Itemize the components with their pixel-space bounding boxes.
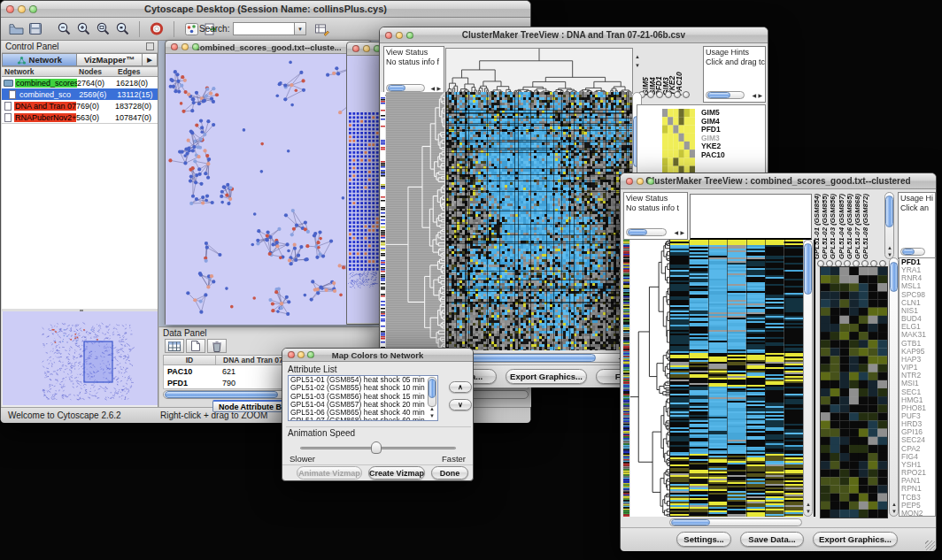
- treeview2-zoom-heatmap[interactable]: [820, 266, 888, 518]
- column-label[interactable]: GPL51-08 (GSM872): [862, 192, 870, 259]
- treeview2-genes-vscroll[interactable]: ▲ ▼: [889, 257, 899, 517]
- maximize-icon[interactable]: [29, 5, 37, 13]
- tab-overflow-icon[interactable]: ▶: [143, 53, 158, 66]
- treeview1-mini-heatmap[interactable]: [662, 109, 695, 182]
- mini-tool-icon[interactable]: [674, 91, 681, 98]
- minimize-icon[interactable]: [181, 43, 189, 50]
- treeview1-heatmap[interactable]: [445, 92, 632, 350]
- save-icon[interactable]: [26, 20, 45, 38]
- network-table-header-cell[interactable]: Network: [2, 67, 76, 76]
- treeview2-row-dendrogram[interactable]: [630, 240, 669, 517]
- scroll-up-icon[interactable]: ▲: [806, 502, 811, 507]
- move-up-button[interactable]: ∧: [449, 381, 472, 393]
- scroll-thumb[interactable]: [429, 379, 436, 398]
- maximize-icon[interactable]: [307, 351, 314, 358]
- mini-tool-icon[interactable]: [665, 91, 672, 98]
- link-table-icon[interactable]: [313, 20, 332, 38]
- move-down-button[interactable]: ∨: [449, 399, 472, 410]
- treeview1-column-dendrogram[interactable]: [445, 48, 633, 94]
- treeview1-title-bar[interactable]: ClusterMaker TreeView : DNA and Tran 07-…: [380, 27, 768, 43]
- close-icon[interactable]: [385, 32, 392, 39]
- settings-button[interactable]: Settings...: [676, 532, 731, 547]
- network-view-2-title-bar[interactable]: [347, 42, 379, 56]
- minimize-icon[interactable]: [396, 32, 403, 39]
- vizmapper-palette-icon[interactable]: [181, 20, 201, 38]
- scroll-right-icon[interactable]: ▶: [680, 230, 684, 235]
- scroll-up-icon[interactable]: ▲: [887, 245, 892, 250]
- export-graphics-button[interactable]: Export Graphics...: [506, 369, 587, 384]
- scroll-down-icon[interactable]: ▼: [429, 413, 435, 418]
- minimize-icon[interactable]: [363, 45, 370, 52]
- scroll-thumb[interactable]: [890, 262, 898, 292]
- scroll-left-icon[interactable]: ◀: [752, 93, 756, 98]
- scroll-left-icon[interactable]: ◀: [430, 86, 435, 91]
- treeview2-labels-vscroll[interactable]: ▲ ▼: [884, 192, 894, 259]
- zoom-selected-icon[interactable]: [112, 20, 132, 38]
- attribute-col-id[interactable]: ID: [164, 356, 215, 364]
- zoom-fit-icon[interactable]: [93, 20, 112, 38]
- search-dropdown-icon[interactable]: ▼: [294, 22, 306, 35]
- done-button[interactable]: Done: [431, 466, 468, 479]
- scroll-left-icon[interactable]: ◀: [674, 230, 678, 235]
- usage-hints-hscroll[interactable]: [900, 248, 925, 256]
- scroll-right-icon[interactable]: ▶: [758, 93, 762, 98]
- network-canvas[interactable]: [166, 54, 371, 325]
- network-canvas-2[interactable]: [347, 56, 379, 323]
- gene-list-item[interactable]: MON2: [900, 510, 935, 517]
- attribute-list-item[interactable]: GPL51-07 (GSM868) heat shock 60 min: [289, 417, 437, 421]
- close-icon[interactable]: [171, 43, 178, 50]
- search-input[interactable]: [233, 22, 295, 35]
- close-icon[interactable]: [6, 5, 14, 13]
- network-overview-canvas[interactable]: [3, 311, 158, 405]
- treeview2-column-dendrogram-area[interactable]: [690, 194, 812, 240]
- network-row[interactable]: combined_scores 2764(0) 16218(0): [2, 77, 158, 88]
- resize-grip[interactable]: [925, 541, 935, 550]
- scroll-down-icon[interactable]: ▼: [892, 509, 897, 514]
- usage-hints-hscroll[interactable]: [706, 91, 745, 99]
- scroll-thumb[interactable]: [885, 196, 893, 227]
- select-attributes-icon[interactable]: [165, 339, 184, 353]
- zoom-out-icon[interactable]: [54, 20, 73, 38]
- network-row[interactable]: combined_sco 2569(6) 13112(15): [2, 88, 158, 100]
- listbox-vscroll[interactable]: [428, 377, 436, 407]
- scroll-thumb[interactable]: [707, 92, 730, 98]
- treeview2-title-bar[interactable]: ClusterMaker TreeView : combined_scores_…: [621, 173, 936, 189]
- view-status-hscroll[interactable]: [386, 84, 425, 92]
- scroll-thumb[interactable]: [671, 519, 710, 525]
- close-icon[interactable]: [352, 45, 359, 52]
- network-row[interactable]: RNAPuberNov2+ 563(0) 107847(0): [2, 111, 158, 123]
- scroll-thumb[interactable]: [388, 85, 405, 91]
- gene-label[interactable]: PAC10: [701, 151, 725, 160]
- speed-slider-thumb[interactable]: [371, 441, 382, 454]
- treeview2-hscroll[interactable]: [669, 518, 802, 526]
- network-view-title-bar[interactable]: combined_scores_good.txt--cluste...: [166, 41, 371, 54]
- mini-tool-icon[interactable]: [656, 91, 663, 98]
- delete-attribute-trash-icon[interactable]: [207, 339, 227, 353]
- attribute-listbox[interactable]: GPL51-01 (GSM854) heat shock 05 minGPL51…: [288, 375, 438, 421]
- minimize-icon[interactable]: [297, 351, 305, 358]
- scroll-right-icon[interactable]: ▶: [436, 86, 441, 91]
- scroll-thumb[interactable]: [804, 243, 812, 295]
- save-data-button[interactable]: Save Data...: [740, 532, 804, 547]
- maximize-icon[interactable]: [647, 178, 654, 185]
- scroll-up-icon[interactable]: ▲: [635, 54, 640, 59]
- mini-tool-icon[interactable]: [683, 91, 690, 98]
- network-table-header-cell[interactable]: Edges: [115, 67, 157, 76]
- animate-vizmap-button[interactable]: Animate Vizmap: [297, 466, 362, 479]
- new-attribute-icon[interactable]: [186, 339, 205, 353]
- scroll-up-icon[interactable]: ▲: [429, 406, 435, 411]
- scroll-up-icon[interactable]: ▲: [892, 502, 897, 507]
- float-panel-icon[interactable]: [146, 42, 154, 50]
- mini-tool-icon[interactable]: [647, 91, 654, 98]
- maximize-icon[interactable]: [406, 32, 413, 39]
- view-status-hscroll[interactable]: [626, 228, 667, 236]
- scroll-down-icon[interactable]: ▼: [635, 63, 640, 68]
- maximize-icon[interactable]: [192, 43, 199, 50]
- tab-network[interactable]: Network: [2, 53, 77, 66]
- network-row[interactable]: DNA and Tran 07 769(0) 183728(0): [2, 100, 158, 111]
- help-lifesaver-icon[interactable]: [147, 20, 166, 38]
- tab-vizmapper[interactable]: VizMapper™: [77, 53, 143, 66]
- dialog-title-bar[interactable]: Map Colors to Network: [282, 349, 473, 362]
- zoom-in-icon[interactable]: [73, 20, 93, 38]
- treeview1-row-dendrogram[interactable]: [386, 92, 444, 350]
